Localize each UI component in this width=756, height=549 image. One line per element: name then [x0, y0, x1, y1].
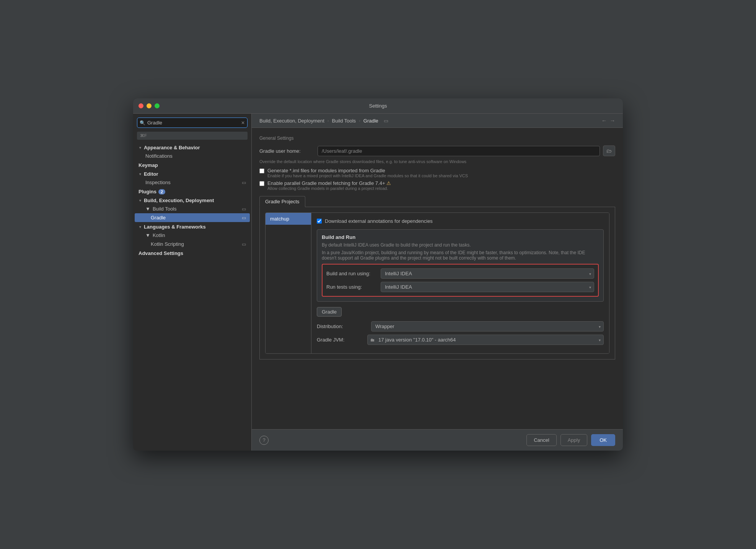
- sidebar-item-label: Notifications: [145, 153, 173, 159]
- run-tests-using-select[interactable]: IntelliJ IDEA Gradle: [381, 282, 594, 292]
- enable-parallel-checkbox[interactable]: [259, 181, 264, 186]
- maximize-button[interactable]: [155, 103, 160, 108]
- sidebar-item-editor[interactable]: ▼ Editor: [133, 169, 251, 178]
- build-run-using-row: Build and run using: IntelliJ IDEA Gradl…: [326, 268, 594, 279]
- search-clear-icon[interactable]: ✕: [241, 120, 245, 126]
- breadcrumb-item-2[interactable]: Build Tools: [332, 118, 356, 124]
- download-annotations-row: Download external annotations for depend…: [317, 218, 604, 224]
- settings-window: Settings 🔍 ✕ ⌘F ▼ Appearance & Behavior: [133, 98, 623, 451]
- generate-iml-row: Generate *.iml files for modules importe…: [259, 168, 615, 178]
- breadcrumb-actions: ← →: [601, 118, 615, 124]
- square-icon: ▭: [242, 215, 246, 221]
- sidebar-item-label: Keymap: [138, 162, 158, 168]
- sidebar-item-label: Build, Execution, Deployment: [144, 198, 214, 203]
- sidebar-item-keymap[interactable]: Keymap: [133, 160, 251, 169]
- gradle-jvm-select[interactable]: 17 java version "17.0.10" - aarch64: [367, 335, 604, 345]
- sidebar-item-build-execution[interactable]: ▼ Build, Execution, Deployment: [133, 196, 251, 204]
- projects-section: matchup Download external annotations fo…: [265, 212, 609, 354]
- list-item[interactable]: matchup: [266, 213, 311, 225]
- sidebar-item-label: Gradle: [151, 215, 166, 221]
- sidebar-item-label: Plugins: [138, 189, 156, 194]
- sidebar-item-languages[interactable]: ▼ Languages & Frameworks: [133, 222, 251, 231]
- sidebar-item-appearance-behavior[interactable]: ▼ Appearance & Behavior: [133, 143, 251, 152]
- search-hint-key: ⌘F: [140, 133, 147, 138]
- tab-gradle-projects[interactable]: Gradle Projects: [259, 196, 305, 207]
- enable-parallel-content: Enable parallel Gradle model fetching fo…: [267, 180, 391, 191]
- ok-button[interactable]: OK: [591, 434, 615, 446]
- cancel-button[interactable]: Cancel: [526, 434, 556, 446]
- nav-item-label: ▼ Build Tools: [145, 206, 177, 212]
- generate-iml-hint: Enable if you have a mixed project with …: [267, 173, 468, 178]
- run-tests-using-dropdown-wrap: IntelliJ IDEA Gradle ▾: [381, 282, 594, 292]
- breadcrumb-separator: ›: [359, 118, 360, 123]
- apply-button[interactable]: Apply: [560, 434, 588, 446]
- path-input-row: 🗁: [318, 145, 615, 156]
- sidebar-item-notifications[interactable]: Notifications: [135, 152, 250, 160]
- breadcrumb-item-3[interactable]: Gradle: [363, 118, 378, 124]
- build-run-using-label: Build and run using:: [326, 271, 376, 276]
- build-and-run-title: Build and Run: [322, 234, 599, 240]
- sidebar-item-kotlin[interactable]: ▼ Kotlin: [135, 231, 250, 240]
- back-button[interactable]: ←: [601, 118, 607, 124]
- sidebar-item-gradle[interactable]: Gradle ▭: [135, 213, 250, 222]
- sidebar-item-label: Languages & Frameworks: [144, 224, 206, 230]
- distribution-select[interactable]: Wrapper Local installation Specified loc…: [371, 321, 604, 332]
- sidebar: 🔍 ✕ ⌘F ▼ Appearance & Behavior Notificat…: [133, 114, 252, 451]
- folder-browse-button[interactable]: 🗁: [603, 145, 615, 156]
- project-settings: Download external annotations for depend…: [311, 213, 609, 353]
- tabs-row: Gradle Projects: [259, 196, 615, 207]
- download-annotations-label: Download external annotations for depend…: [325, 218, 433, 224]
- plugins-badge: 2: [158, 189, 165, 194]
- traffic-lights: [138, 103, 160, 108]
- chevron-down-icon: ▼: [145, 232, 150, 238]
- breadcrumb: Build, Execution, Deployment › Build Too…: [252, 114, 623, 128]
- enable-parallel-label: Enable parallel Gradle model fetching fo…: [267, 180, 391, 186]
- sidebar-item-label: Build Tools: [153, 206, 177, 212]
- gradle-user-home-row: Gradle user home: 🗁: [259, 145, 615, 156]
- search-hint: ⌘F: [137, 132, 248, 140]
- gradle-jvm-row: Gradle JVM: 🖿 17 java version "17.0.10" …: [317, 335, 604, 345]
- forward-button[interactable]: →: [610, 118, 615, 124]
- distribution-dropdown-wrap: Wrapper Local installation Specified loc…: [371, 321, 604, 332]
- run-tests-using-label: Run tests using:: [326, 284, 376, 290]
- settings-content: General Settings Gradle user home: 🗁 Ove…: [252, 128, 623, 429]
- download-annotations-checkbox[interactable]: [317, 219, 322, 224]
- sidebar-item-label: Editor: [144, 171, 158, 177]
- projects-list: matchup: [266, 213, 311, 353]
- sidebar-item-advanced-settings[interactable]: Advanced Settings: [133, 248, 251, 257]
- build-run-using-select[interactable]: IntelliJ IDEA Gradle: [381, 268, 594, 279]
- sidebar-item-inspections[interactable]: Inspections ▭: [135, 178, 250, 187]
- warning-icon: ⚠: [386, 180, 391, 186]
- build-and-run-box: Build and Run By default IntelliJ IDEA u…: [317, 229, 604, 302]
- help-button[interactable]: ?: [259, 436, 269, 445]
- sidebar-item-label: Appearance & Behavior: [144, 145, 200, 150]
- sidebar-item-kotlin-scripting[interactable]: Kotlin Scripting ▭: [135, 240, 250, 248]
- search-input[interactable]: [137, 118, 248, 128]
- generate-iml-checkbox[interactable]: [259, 168, 264, 173]
- nav-tree: ▼ Appearance & Behavior Notifications Ke…: [133, 143, 251, 257]
- gradle-section: Gradle Distribution: Wrapper Local insta…: [317, 307, 604, 345]
- gradle-jvm-dropdown-wrap: 🖿 17 java version "17.0.10" - aarch64 ▾: [367, 335, 604, 345]
- sidebar-item-plugins[interactable]: Plugins 2: [133, 187, 251, 196]
- breadcrumb-item-1[interactable]: Build, Execution, Deployment: [259, 118, 324, 124]
- run-tests-using-row: Run tests using: IntelliJ IDEA Gradle ▾: [326, 282, 594, 292]
- main-content: 🔍 ✕ ⌘F ▼ Appearance & Behavior Notificat…: [133, 114, 623, 451]
- chevron-down-icon: ▼: [138, 146, 142, 150]
- bottom-actions: Cancel Apply OK: [526, 434, 615, 446]
- chevron-down-icon: ▼: [138, 172, 142, 176]
- build-run-using-dropdown-wrap: IntelliJ IDEA Gradle ▾: [381, 268, 594, 279]
- sidebar-item-label: Kotlin Scripting: [151, 241, 184, 247]
- sidebar-item-build-tools[interactable]: ▼ Build Tools ▭: [135, 204, 250, 213]
- minimize-button[interactable]: [147, 103, 152, 108]
- close-button[interactable]: [138, 103, 143, 108]
- gradle-section-button[interactable]: Gradle: [317, 307, 342, 317]
- distribution-row: Distribution: Wrapper Local installation…: [317, 321, 604, 332]
- gradle-user-home-input[interactable]: [318, 146, 600, 156]
- square-icon: ▭: [242, 206, 246, 212]
- build-and-run-desc2: In a pure Java/Kotlin project, building …: [322, 250, 599, 261]
- breadcrumb-square-icon: ▭: [384, 118, 388, 124]
- search-box: 🔍 ✕: [137, 118, 248, 128]
- square-icon: ▭: [242, 180, 246, 185]
- breadcrumb-separator: ›: [327, 118, 329, 123]
- gradle-user-home-hint: Override the default location where Grad…: [259, 159, 615, 164]
